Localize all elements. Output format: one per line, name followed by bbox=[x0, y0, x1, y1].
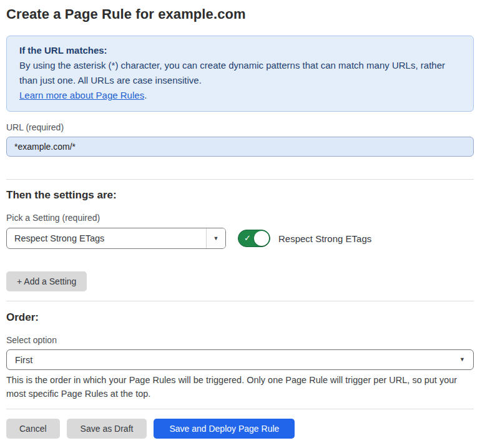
info-box-body: By using the asterisk (*) character, you… bbox=[19, 58, 456, 88]
link-suffix: . bbox=[144, 90, 147, 100]
order-section-heading: Order: bbox=[6, 311, 474, 324]
order-select-label: Select option bbox=[6, 335, 474, 345]
check-icon: ✓ bbox=[244, 233, 251, 243]
footer-actions: Cancel Save as Draft Save and Deploy Pag… bbox=[6, 419, 474, 439]
pick-setting-label: Pick a Setting (required) bbox=[6, 213, 474, 223]
toggle-knob bbox=[254, 231, 269, 246]
learn-more-link[interactable]: Learn more about Page Rules bbox=[19, 90, 144, 100]
order-help-text: This is the order in which your Page Rul… bbox=[6, 373, 471, 401]
setting-row: Respect Strong ETags ▼ ✓ Respect Strong … bbox=[6, 228, 474, 249]
add-setting-button[interactable]: + Add a Setting bbox=[6, 271, 87, 291]
footer-divider bbox=[6, 409, 474, 409]
setting-toggle[interactable]: ✓ bbox=[238, 230, 270, 247]
setting-select-arrow-button[interactable]: ▼ bbox=[206, 228, 225, 248]
section-divider bbox=[6, 301, 474, 301]
setting-select-dropdown[interactable]: Respect Strong ETags ▼ bbox=[6, 228, 226, 249]
url-input[interactable] bbox=[6, 137, 474, 157]
section-divider bbox=[6, 179, 474, 180]
page-title: Create a Page Rule for example.com bbox=[6, 5, 474, 24]
create-page-rule-form: Create a Page Rule for example.com If th… bbox=[0, 0, 480, 439]
setting-toggle-label: Respect Strong ETags bbox=[278, 233, 371, 244]
info-box-link-line: Learn more about Page Rules. bbox=[19, 88, 461, 103]
order-select-dropdown[interactable]: First ▼ bbox=[6, 349, 474, 370]
url-match-info-box: If the URL matches: By using the asteris… bbox=[6, 36, 474, 112]
order-select-value: First bbox=[15, 355, 32, 365]
cancel-button[interactable]: Cancel bbox=[6, 419, 60, 439]
settings-section-heading: Then the settings are: bbox=[6, 188, 474, 202]
setting-select-value: Respect Strong ETags bbox=[7, 228, 206, 248]
url-field-label: URL (required) bbox=[6, 122, 474, 132]
chevron-down-icon: ▼ bbox=[459, 357, 465, 363]
save-deploy-button[interactable]: Save and Deploy Page Rule bbox=[154, 419, 295, 439]
save-draft-button[interactable]: Save as Draft bbox=[67, 419, 147, 439]
info-box-heading: If the URL matches: bbox=[19, 43, 461, 58]
chevron-down-icon: ▼ bbox=[213, 236, 219, 241]
